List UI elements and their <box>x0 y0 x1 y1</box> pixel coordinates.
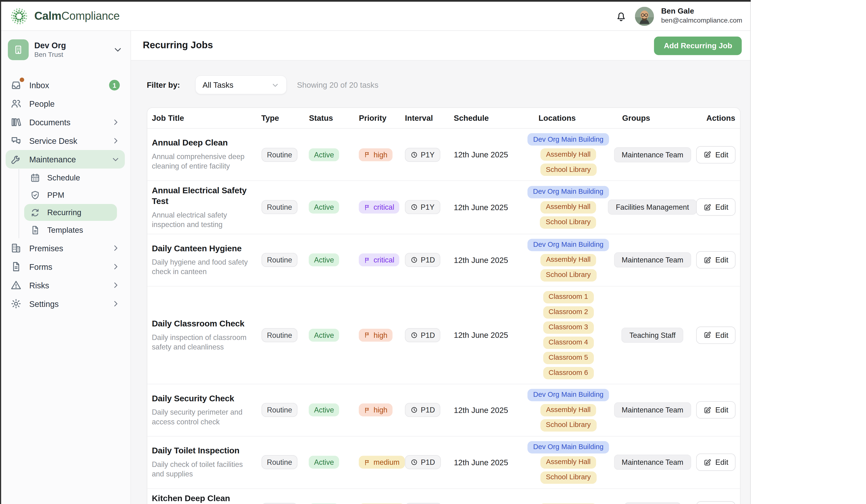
locations-cell: Dev Org Main BuildingAssembly HallSchool… <box>523 181 613 233</box>
window-frame-left <box>0 0 1 504</box>
brand-name-bold: Calm <box>34 10 62 22</box>
actions-cell: Edit <box>692 454 740 471</box>
column-header-actions: Actions <box>692 113 740 123</box>
priority-badge: critical <box>359 201 399 214</box>
user-area: Ben Gale ben@calmcompliance.com <box>614 7 742 25</box>
sidebar-item-label: Schedule <box>47 173 80 182</box>
filter-select-value: All Tasks <box>202 80 233 89</box>
job-title: Daily Canteen Hygiene <box>152 243 251 254</box>
clock-icon <box>411 204 418 211</box>
chevron-right-icon <box>111 136 120 145</box>
notifications-bell-icon[interactable] <box>614 10 628 22</box>
sidebar-item-label: Forms <box>29 262 52 271</box>
group-chip: Maintenance Team <box>614 455 691 470</box>
priority-cell: medium <box>354 456 400 469</box>
user-avatar[interactable] <box>635 7 654 25</box>
sidebar-item-ppm[interactable]: PPM <box>24 187 117 204</box>
edit-icon <box>703 406 711 414</box>
flag-icon <box>364 151 371 158</box>
edit-button[interactable]: Edit <box>696 327 736 344</box>
filter-row: Filter by: All Tasks Showing 20 of 20 ta… <box>147 76 740 94</box>
clock-icon <box>411 459 418 466</box>
sidebar-item-documents[interactable]: Documents <box>6 113 125 131</box>
app-window: CalmCompliance <box>0 0 751 504</box>
sidebar-item-service-desk[interactable]: Service Desk <box>6 131 125 150</box>
column-header-type: Type <box>257 113 304 123</box>
group-cell: Maintenance Team <box>613 402 692 418</box>
documents-icon <box>10 116 22 128</box>
edit-button[interactable]: Edit <box>696 454 736 471</box>
column-header-schedule: Schedule <box>447 113 523 123</box>
priority-cell: high <box>354 148 400 161</box>
interval-badge: P1D <box>405 403 441 417</box>
org-switcher[interactable]: Dev Org Ben Trust <box>6 39 125 61</box>
inbox-count-badge: 1 <box>109 80 120 91</box>
actions-cell: Edit <box>692 198 740 216</box>
sidebar-item-label: Documents <box>29 118 70 127</box>
sidebar-item-label: People <box>29 99 55 108</box>
sidebar-item-maintenance[interactable]: Maintenance <box>6 150 125 169</box>
recurring-jobs-table: Job TitleTypeStatusPriorityIntervalSched… <box>147 107 741 504</box>
job-title: Kitchen Deep Clean <box>152 493 251 504</box>
group-chip: Facilities Management <box>608 200 697 215</box>
clock-icon <box>411 151 418 158</box>
brand-logo[interactable]: CalmCompliance <box>8 5 120 27</box>
clock-icon <box>411 406 418 414</box>
type-cell: Routine <box>257 328 304 342</box>
interval-cell: P1D <box>400 403 448 417</box>
sidebar-item-premises[interactable]: Premises <box>6 239 125 257</box>
page-content: Filter by: All Tasks Showing 20 of 20 ta… <box>131 61 750 504</box>
edit-button[interactable]: Edit <box>696 401 736 419</box>
edit-button[interactable]: Edit <box>696 501 736 504</box>
sidebar-item-schedule[interactable]: Schedule <box>24 169 117 186</box>
chevron-down-icon <box>271 81 279 89</box>
inbox-icon <box>10 79 22 91</box>
job-description: Daily hygiene and food safety check in c… <box>152 257 251 277</box>
priority-badge: high <box>359 148 392 161</box>
table-row: Daily Toilet InspectionDaily check of to… <box>147 436 740 489</box>
edit-button[interactable]: Edit <box>696 146 736 163</box>
schedule-date: 12th June 2025 <box>454 255 508 265</box>
sidebar-item-label: Settings <box>29 299 59 308</box>
brand-name-light: Compliance <box>62 10 120 22</box>
priority-cell: critical <box>354 201 400 214</box>
sidebar-item-recurring[interactable]: Recurring <box>24 204 117 221</box>
flag-icon <box>364 332 371 338</box>
calendar-icon <box>30 172 41 183</box>
table-row: Kitchen Deep CleanWeekly deep cleaning o… <box>147 489 740 504</box>
status-badge: Active <box>309 404 339 416</box>
edit-icon <box>703 150 711 158</box>
flag-icon <box>364 459 371 466</box>
add-recurring-job-button[interactable]: Add Recurring Job <box>654 36 742 55</box>
user-name: Ben Gale <box>661 7 742 16</box>
locations-cell: School Kitchen <box>523 499 613 504</box>
edit-button[interactable]: Edit <box>696 251 736 268</box>
group-chip: Maintenance Team <box>614 402 691 418</box>
status-badge: Active <box>309 201 339 214</box>
type-badge: Routine <box>261 147 298 161</box>
type-cell: Routine <box>257 503 304 504</box>
status-cell: Active <box>304 456 354 469</box>
user-meta[interactable]: Ben Gale ben@calmcompliance.com <box>661 7 742 25</box>
sidebar-item-people[interactable]: People <box>6 94 125 113</box>
schedule-date: 12th June 2025 <box>454 331 508 340</box>
sidebar-item-settings[interactable]: Settings <box>6 295 125 313</box>
edit-icon <box>703 458 711 466</box>
locations-cell: Dev Org Main BuildingAssembly HallSchool… <box>523 129 613 180</box>
sidebar-item-risks[interactable]: Risks <box>6 276 125 295</box>
sidebar-item-forms[interactable]: Forms <box>6 257 125 276</box>
sidebar: Dev Org Ben Trust Inbox1PeopleDocumentsS… <box>0 31 131 504</box>
sidebar-submenu: SchedulePPMRecurringTemplates <box>19 169 125 238</box>
status-cell: Active <box>304 201 354 214</box>
filter-select[interactable]: All Tasks <box>195 76 287 94</box>
interval-cell: P1D <box>400 328 448 342</box>
group-chip: Maintenance Team <box>614 252 691 268</box>
flag-icon <box>364 204 371 211</box>
location-chip: Dev Org Main Building <box>528 239 609 251</box>
sidebar-item-templates[interactable]: Templates <box>24 221 117 238</box>
edit-button-label: Edit <box>715 458 728 467</box>
sidebar-item-inbox[interactable]: Inbox1 <box>6 76 125 94</box>
group-cell: Facilities Management <box>613 200 692 215</box>
edit-button[interactable]: Edit <box>696 198 736 216</box>
location-chip: Classroom 6 <box>543 367 593 379</box>
